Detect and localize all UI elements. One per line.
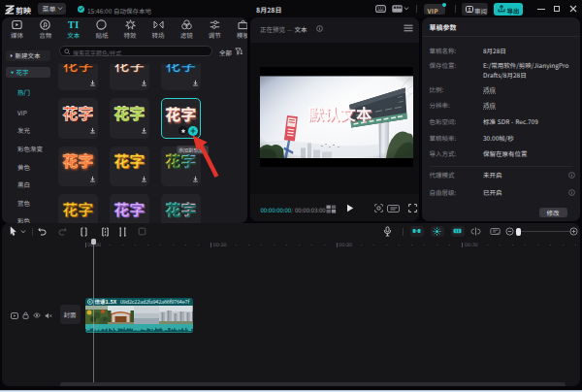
svg-text:默认文本: 默认文本 — [308, 101, 373, 124]
